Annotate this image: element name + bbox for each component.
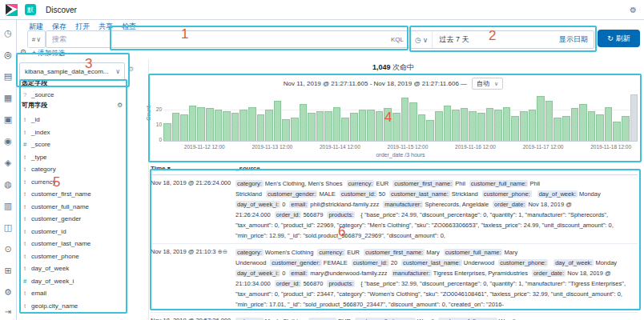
field-item--score[interactable]: #_score — [22, 138, 126, 151]
histogram-bar[interactable] — [172, 113, 180, 141]
histogram-bar[interactable] — [257, 114, 265, 141]
histogram-bar[interactable] — [477, 113, 485, 141]
histogram-bar[interactable] — [409, 102, 417, 141]
histogram-bar[interactable] — [545, 101, 553, 141]
field-item-day-of-week[interactable]: tday_of_week — [22, 262, 126, 275]
histogram-bar[interactable] — [189, 106, 197, 141]
histogram-bar[interactable] — [444, 106, 452, 141]
histogram-bar[interactable] — [324, 111, 332, 141]
histogram-bar[interactable] — [494, 110, 502, 141]
field-item-day-of-week-i[interactable]: #day_of_week_i — [22, 275, 126, 288]
histogram-bar[interactable] — [596, 114, 604, 141]
histogram-bar[interactable] — [630, 94, 638, 141]
discover-icon[interactable]: ◎ — [4, 50, 12, 59]
field-item--id[interactable]: t_id — [22, 114, 126, 126]
filter-gear-icon[interactable]: ⚙ — [20, 48, 26, 56]
maps-icon[interactable]: ◈ — [5, 158, 11, 167]
field-item-source[interactable]: ? _source — [22, 89, 54, 102]
histogram-bar[interactable] — [579, 104, 587, 141]
machine-learning-icon[interactable]: ◉ — [4, 137, 12, 146]
index-pattern-gear-icon[interactable]: ⚙ — [128, 66, 134, 73]
histogram-bar[interactable] — [180, 114, 188, 141]
histogram-bar[interactable] — [384, 108, 392, 141]
field-item-customer-last-name[interactable]: tcustomer_last_name — [22, 238, 126, 250]
field-item-email[interactable]: temail — [22, 287, 126, 300]
histogram-bar[interactable] — [376, 111, 384, 141]
histogram-bar[interactable] — [163, 123, 171, 141]
field-item-customer-first-name[interactable]: tcustomer_first_name — [22, 188, 126, 201]
histogram-bar[interactable] — [529, 110, 537, 141]
field-item-category[interactable]: tcategory — [22, 163, 126, 176]
histogram-bar[interactable] — [248, 107, 256, 141]
available-fields-gear-icon[interactable]: ⚙ — [117, 102, 123, 109]
histogram-bar[interactable] — [265, 110, 273, 141]
histogram-bar[interactable] — [486, 108, 494, 141]
logs-icon[interactable]: ▥ — [4, 202, 12, 210]
histogram-bar[interactable] — [282, 119, 290, 141]
canvas-icon[interactable]: ▣ — [4, 115, 12, 124]
histogram-bar[interactable] — [452, 110, 460, 141]
histogram-bar[interactable] — [231, 113, 239, 141]
field-item-customer-gender[interactable]: tcustomer_gender — [22, 213, 126, 226]
add-filter-button[interactable]: + 添加筛选 — [32, 49, 65, 58]
visualize-icon[interactable]: ▤ — [4, 72, 12, 81]
histogram-bar[interactable] — [418, 114, 426, 141]
table-row[interactable]: Nov 18, 2019 @ 21:10:3 ⊕⊖category:Women'… — [151, 244, 638, 313]
histogram-bar[interactable] — [520, 111, 528, 141]
kql-button[interactable]: KQL — [391, 36, 409, 43]
search-input[interactable] — [46, 35, 391, 43]
zoom-out-icon[interactable]: ⊖ — [223, 248, 227, 255]
histogram-bar[interactable] — [461, 108, 469, 141]
field-item-customer-id[interactable]: tcustomer_id — [22, 226, 126, 238]
histogram-bar[interactable] — [341, 118, 349, 141]
field-item--index[interactable]: t_index — [22, 126, 126, 139]
histogram-bar[interactable] — [300, 104, 308, 141]
dashboard-icon[interactable]: ▦ — [4, 94, 12, 102]
histogram-bar[interactable] — [469, 111, 477, 141]
histogram-bar[interactable] — [553, 118, 561, 141]
stack-management-icon[interactable]: ⚙ — [4, 288, 12, 297]
histogram-bar[interactable] — [215, 110, 223, 141]
query-language-button[interactable]: # ∨ — [27, 30, 46, 48]
recently-viewed-icon[interactable]: ◷ — [4, 29, 12, 38]
time-picker-quick-menu[interactable]: ◷ ∨ — [411, 31, 433, 48]
apm-icon[interactable]: ◫ — [4, 223, 12, 232]
histogram-bar[interactable] — [274, 101, 282, 141]
histogram-bar[interactable] — [392, 113, 400, 141]
histogram-bar[interactable] — [503, 107, 511, 141]
time-range-label[interactable]: 过去 7 天 — [433, 34, 475, 45]
table-row[interactable]: Nov 18, 2019 @ 21:26:24.000category:Men'… — [151, 175, 638, 244]
histogram-bar[interactable] — [223, 111, 231, 141]
histogram-bar[interactable] — [511, 116, 519, 141]
field-item-customer-full-name[interactable]: tcustomer_full_name — [22, 201, 126, 214]
histogram-bar[interactable] — [613, 122, 621, 141]
metrics-icon[interactable]: ◍ — [4, 180, 12, 189]
histogram-bar[interactable] — [333, 107, 341, 141]
refresh-button[interactable]: ↻ 刷新 — [598, 30, 640, 47]
show-dates-button[interactable]: 显示日期 — [559, 34, 594, 45]
histogram-bar[interactable] — [367, 110, 375, 141]
histogram-bar[interactable] — [426, 120, 434, 141]
field-item-currency[interactable]: tcurrency — [22, 176, 126, 189]
histogram-bar[interactable] — [316, 111, 324, 141]
collapse-nav-icon[interactable]: ⇥ — [0, 307, 16, 316]
field-item-geoip-city-name[interactable]: tgeoip.city_name — [22, 300, 126, 313]
help-icon[interactable]: ⚙ — [630, 6, 637, 14]
histogram-bar[interactable] — [206, 108, 214, 141]
zoom-in-icon[interactable]: ⊕ — [215, 248, 222, 255]
histogram-bar[interactable] — [537, 96, 545, 141]
field-item--type[interactable]: t_type — [22, 151, 126, 164]
uptime-icon[interactable]: ⊙ — [4, 245, 11, 254]
kibana-logo-icon[interactable] — [6, 4, 18, 16]
time-column-header[interactable]: Time ▾ — [151, 165, 235, 172]
field-item-customer-phone[interactable]: tcustomer_phone — [22, 250, 126, 263]
histogram-bar[interactable] — [239, 110, 248, 141]
histogram-bar[interactable] — [291, 118, 299, 141]
histogram-bar[interactable] — [562, 116, 570, 141]
histogram-bar[interactable] — [350, 113, 358, 141]
space-avatar[interactable]: 默 — [25, 4, 36, 15]
histogram-bar[interactable] — [359, 110, 367, 141]
histogram-bar[interactable] — [622, 116, 630, 141]
dev-tools-icon[interactable]: ⊞ — [4, 266, 11, 275]
histogram-bar[interactable] — [435, 111, 443, 141]
